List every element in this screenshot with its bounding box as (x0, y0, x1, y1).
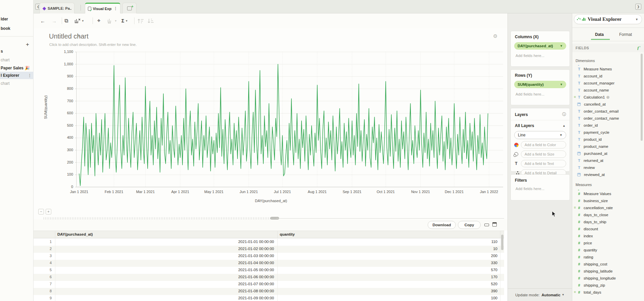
edit-title-icon[interactable]: ✎ (77, 34, 81, 39)
cell-date[interactable]: 2021-01-08 00:00:00 (55, 288, 278, 295)
cell-quantity[interactable]: 330 (278, 260, 500, 267)
field-item-shipping-latitude[interactable]: #shipping_latitude (572, 267, 639, 275)
field-item-returned-at[interactable]: Treturned_at (572, 157, 639, 164)
shelf-drop-target[interactable]: Add a field to Text (521, 160, 566, 167)
bin-tool-icon[interactable]: ▼ (107, 17, 117, 24)
field-item-cancellation-rate[interactable]: =#cancellation_rate (572, 204, 639, 211)
sidebar-item[interactable]: l Explorer⋮ (0, 72, 34, 79)
cell-quantity[interactable]: 390 (278, 288, 500, 295)
table-row[interactable]: 12021-01-01 00:00:00110 (34, 239, 504, 246)
tab-new-chart[interactable] (122, 3, 137, 13)
field-item-business-size[interactable]: #business_size (572, 197, 639, 204)
table-row[interactable]: 82021-01-08 00:00:00390 (34, 288, 504, 295)
field-item-shipping-longitude[interactable]: #shipping_longitude (572, 275, 639, 282)
table-row[interactable]: 22021-01-02 00:00:0010 (34, 246, 504, 253)
chevron-down-icon[interactable]: ▼ (560, 83, 563, 86)
undo-button[interactable]: ← (40, 17, 45, 24)
zoom-in-button[interactable]: + (46, 209, 51, 215)
table-row[interactable]: 32021-01-03 00:00:00200 (34, 253, 504, 260)
sidebar-item[interactable]: chart (0, 80, 34, 87)
add-page-button[interactable]: + (24, 42, 31, 48)
all-layers-row[interactable]: All Layers ▲ (511, 120, 570, 129)
duplicate-element-icon[interactable]: ⧉ (64, 17, 68, 24)
clear-chart-icon[interactable]: ▼ (74, 17, 84, 24)
sort-ascending-icon[interactable] (138, 17, 144, 24)
chevron-up-icon[interactable]: ▲ (562, 124, 566, 127)
cell-date[interactable]: 2021-01-07 00:00:00 (55, 281, 278, 288)
item-menu-icon[interactable]: ⋮ (28, 72, 32, 79)
sidebar-item[interactable]: lder (0, 15, 34, 23)
filters-placeholder[interactable]: Add fields here... (511, 183, 570, 191)
table-scrollbar[interactable] (501, 235, 503, 250)
chart-title[interactable]: Untitled chart (49, 33, 89, 40)
field-item-account-name[interactable]: Taccount_name (572, 86, 639, 94)
field-item-discount[interactable]: #discount (572, 225, 639, 232)
sidebar-item[interactable]: chart (0, 56, 34, 64)
fields-scrollbar[interactable] (641, 54, 643, 141)
field-item-order-id[interactable]: Torder_id (572, 122, 639, 129)
columns-x-placeholder[interactable]: Add fields here... (511, 50, 570, 58)
field-item-quantity[interactable]: #quantity (572, 246, 639, 253)
info-icon[interactable]: ⓘ (562, 112, 566, 117)
zoom-out-button[interactable]: − (38, 209, 44, 215)
field-item-calculation1[interactable]: =TCalculation1◎ (572, 94, 639, 101)
sidebar-item[interactable]: Paper Sales 🎉 (0, 64, 34, 72)
collapse-panel-icon[interactable]: ❯ (635, 4, 641, 10)
sidebar-item[interactable]: book (0, 25, 34, 32)
cell-quantity[interactable]: 10 (278, 246, 500, 253)
field-item-shipping-cost[interactable]: #shipping_cost (572, 260, 639, 267)
field-item-product-name[interactable]: Tproduct_name (572, 143, 639, 150)
cell-date[interactable]: 2021-01-01 00:00:00 (55, 239, 278, 246)
field-item-order-contact-email[interactable]: Torder_contact_email (572, 108, 639, 115)
maximize-table-icon[interactable] (492, 222, 497, 227)
field-item-rating[interactable]: #rating (572, 253, 639, 260)
field-item-order-contact-name[interactable]: Torder_contact_name (572, 115, 639, 122)
field-item-account-id[interactable]: Taccount_id (572, 72, 639, 79)
chevron-down-icon[interactable]: ▼ (560, 44, 563, 48)
sort-descending-icon[interactable] (148, 17, 154, 24)
shelf-drop-target[interactable]: Add a field to Size (521, 150, 566, 158)
field-item-review[interactable]: Treview (572, 164, 639, 171)
table-row[interactable]: 72021-01-07 00:00:00520 (34, 281, 504, 288)
chart-settings-icon[interactable]: ⚙ (493, 33, 497, 39)
aggregate-icon[interactable]: Σ▼ (121, 17, 128, 24)
column-header-quantity[interactable]: quantity (278, 231, 500, 238)
field-item-measure-values[interactable]: #Measure Values (572, 190, 639, 197)
cell-quantity[interactable]: 170 (278, 274, 500, 281)
table-row[interactable]: 52021-01-05 00:00:00570 (34, 267, 504, 274)
field-item-measure-names[interactable]: TMeasure Names (572, 65, 639, 72)
axes-tool-icon[interactable]: ⌖ (97, 17, 101, 24)
field-item-days-to-ship[interactable]: #days_to_ship (572, 218, 639, 225)
update-mode-select[interactable]: Automatic (542, 293, 560, 297)
field-item-price[interactable]: #price (572, 239, 639, 246)
download-button[interactable]: Download (428, 221, 456, 229)
tab-format[interactable]: Format (619, 32, 632, 37)
sidebar-item[interactable]: s (0, 48, 34, 55)
table-row[interactable]: 92021-01-09 00:00:00100 (34, 295, 504, 301)
cell-date[interactable]: 2021-01-03 00:00:00 (55, 253, 278, 260)
minimize-table-icon[interactable] (484, 224, 489, 226)
element-type-pill[interactable]: Visual Explorer ▼ (574, 14, 642, 24)
cell-date[interactable]: 2021-01-09 00:00:00 (55, 295, 278, 301)
cell-quantity[interactable]: 520 (278, 281, 500, 288)
table-row[interactable]: 42021-01-04 00:00:00330 (34, 260, 504, 267)
shelf-drop-target[interactable]: Add a field to Color (521, 141, 566, 148)
cell-date[interactable]: 2021-01-05 00:00:00 (55, 267, 278, 274)
chevron-down-icon[interactable]: ▼ (562, 293, 565, 296)
redo-button[interactable]: → (52, 17, 57, 24)
field-item-product-id[interactable]: Tproduct_id (572, 136, 639, 143)
mark-type-select[interactable]: Line ▼ (514, 131, 566, 139)
tab-menu-icon[interactable]: ⋮ (114, 6, 117, 11)
cell-quantity[interactable]: 200 (278, 253, 500, 260)
cell-quantity[interactable]: 570 (278, 267, 500, 274)
tab-sample-paper[interactable]: ◈ SAMPLE: Pa... (40, 3, 74, 13)
tab-data[interactable]: Data (595, 32, 604, 37)
cell-quantity[interactable]: 110 (278, 239, 500, 246)
field-item-payment-cycle[interactable]: Tpayment_cycle (572, 129, 639, 136)
rows-y-pill[interactable]: SUM(quantity) ▼ (514, 81, 566, 88)
field-item-account-manager[interactable]: Taccount_manager (572, 79, 639, 86)
tab-visual-explorer[interactable]: Visual Explorer ⋮ (85, 3, 120, 13)
cell-date[interactable]: 2021-01-04 00:00:00 (55, 260, 278, 267)
cell-quantity[interactable]: 100 (278, 295, 500, 301)
field-item-shipping-zip[interactable]: #shipping_zip (572, 282, 639, 289)
